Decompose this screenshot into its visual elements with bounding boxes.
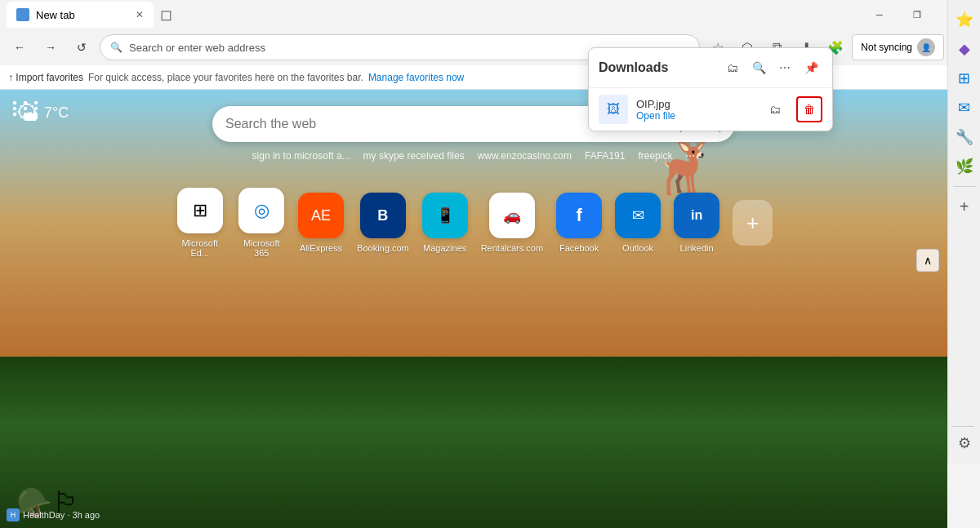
weather-temp: 7°C xyxy=(44,104,69,122)
sidebar-edge-icon[interactable]: 🌿 xyxy=(951,153,978,180)
sync-label: Not syncing xyxy=(861,42,912,53)
file-info: OIP.jpg Open file xyxy=(636,98,754,122)
linkedin-label: Linkedin xyxy=(680,243,714,253)
news-cards: 🪖🏳 🐝 H HealthDay · 3h ago xyxy=(0,393,947,527)
msedge-icon: ⊞ xyxy=(177,188,223,233)
news-card-soldiers[interactable]: 🪖🏳 xyxy=(0,393,467,527)
new-tab-button[interactable]: ◻ xyxy=(154,2,179,27)
facebook-label: Facebook xyxy=(559,243,599,253)
downloads-popup: Downloads 🗂 🔍 ⋯ 📌 🖼 OIP.jpg Open file 🗂 … xyxy=(588,47,833,131)
manage-favorites-link[interactable]: Manage favorites now xyxy=(368,72,464,83)
add-quick-link-button[interactable]: + xyxy=(733,200,773,246)
magazines-icon: 📱 xyxy=(422,193,468,238)
download-item-oip: 🖼 OIP.jpg Open file 🗂 🗑 xyxy=(589,88,832,131)
quick-link-booking[interactable]: B Booking.com xyxy=(357,193,409,253)
title-bar: New tab ✕ ◻ ─ ❐ ✕ xyxy=(0,0,980,29)
quick-link-rentalcars[interactable]: 🚗 Rentalcars.com xyxy=(481,193,543,253)
shortcut-skype[interactable]: my skype received files xyxy=(363,150,465,162)
quick-link-facebook[interactable]: f Facebook xyxy=(556,193,602,253)
shortcut-enzo[interactable]: www.enzocasino.com xyxy=(478,150,572,162)
scroll-up-button[interactable]: ∧ xyxy=(916,249,939,272)
back-button[interactable]: ← xyxy=(7,34,33,60)
linkedin-icon: in xyxy=(674,193,719,238)
tab-title: New tab xyxy=(36,9,75,21)
favorites-hint: For quick access, place your favorites h… xyxy=(88,72,363,83)
refresh-button[interactable]: ↺ xyxy=(69,34,95,60)
downloads-header: Downloads 🗂 🔍 ⋯ 📌 xyxy=(589,48,832,88)
sidebar-settings-icon[interactable]: ⚙ xyxy=(951,430,978,456)
sidebar-divider xyxy=(953,186,976,187)
shortcut-fafa[interactable]: FAFA191 xyxy=(585,150,625,162)
import-favorites-button[interactable]: ↑ Import favorites xyxy=(8,72,83,83)
quick-link-m365[interactable]: ◎ Microsoft 365 xyxy=(238,188,285,258)
downloads-actions: 🗂 🔍 ⋯ 📌 xyxy=(721,56,822,79)
quick-link-msedge[interactable]: ⊞ Microsoft Ed... xyxy=(175,188,225,258)
msedge-label: Microsoft Ed... xyxy=(175,238,225,258)
open-file-link[interactable]: Open file xyxy=(636,110,754,122)
sidebar-tools-icon[interactable]: 🔧 xyxy=(951,124,978,150)
sidebar-bottom: ⚙ xyxy=(951,423,978,456)
rentalcars-label: Rentalcars.com xyxy=(481,243,543,253)
outlook-icon: ✉ xyxy=(615,193,661,238)
file-name: OIP.jpg xyxy=(636,98,754,110)
content-area: 🦌 🌤 7°C 🎤 🔍 sign in to m xyxy=(0,90,980,528)
card-source: H HealthDay · 3h ago xyxy=(7,508,941,521)
open-downloads-folder-button[interactable]: 🗂 xyxy=(721,56,744,79)
facebook-icon: f xyxy=(556,193,602,238)
quick-links: ⊞ Microsoft Ed... ◎ Microsoft 365 AE Ali… xyxy=(175,188,773,258)
m365-label: Microsoft 365 xyxy=(238,238,285,258)
m365-icon: ◎ xyxy=(238,188,284,233)
delete-download-button[interactable]: 🗑 xyxy=(796,96,822,122)
tab-close-button[interactable]: ✕ xyxy=(136,9,144,20)
file-icon: 🖼 xyxy=(599,95,628,124)
sidebar-msstore-icon[interactable]: ⊞ xyxy=(951,65,978,91)
shortcut-freepick[interactable]: freepick xyxy=(638,150,672,162)
tab-favicon xyxy=(16,8,29,21)
booking-label: Booking.com xyxy=(357,243,409,253)
user-avatar: 👤 xyxy=(917,38,935,56)
nav-bar: ← → ↺ 🔍 Search or enter web address ☆ ⬡ … xyxy=(0,29,980,65)
outlook-label: Outlook xyxy=(622,243,653,253)
quick-link-linkedin[interactable]: in Linkedin xyxy=(674,193,719,253)
downloads-more-button[interactable]: ⋯ xyxy=(773,56,796,79)
apps-button[interactable] xyxy=(13,101,42,116)
active-tab[interactable]: New tab ✕ xyxy=(7,2,154,28)
aliexpress-label: AliExpress xyxy=(300,243,342,253)
sync-button[interactable]: Not syncing 👤 xyxy=(852,34,944,60)
sidebar-outlook-icon[interactable]: ✉ xyxy=(951,95,978,121)
forest-background xyxy=(0,393,947,527)
pin-downloads-button[interactable]: 📌 xyxy=(800,56,822,79)
right-sidebar: ⭐ ◆ ⊞ ✉ 🔧 🌿 + ⚙ xyxy=(947,0,980,463)
shortcut-more[interactable]: ⋯ xyxy=(685,150,695,162)
favorites-bar: ↑ Import favorites For quick access, pla… xyxy=(0,65,980,90)
sidebar-extensions-purple-icon[interactable]: ◆ xyxy=(951,36,978,62)
forward-button[interactable]: → xyxy=(38,34,64,60)
magazines-label: Magazines xyxy=(423,243,466,253)
search-icon: 🔍 xyxy=(110,42,122,53)
sidebar-divider-bottom xyxy=(951,426,974,427)
downloads-title: Downloads xyxy=(599,60,721,75)
news-section: ☰ My Feed Gaming Coronavirus Africa Play… xyxy=(0,357,947,528)
quick-link-aliexpress[interactable]: AE AliExpress xyxy=(298,193,344,253)
quick-link-outlook[interactable]: ✉ Outlook xyxy=(615,193,661,253)
minimize-button[interactable]: ─ xyxy=(861,0,898,29)
tab-area: New tab ✕ ◻ xyxy=(7,2,861,28)
sidebar-collections-icon[interactable]: ⭐ xyxy=(951,7,978,33)
maximize-button[interactable]: ❐ xyxy=(898,0,936,29)
booking-icon: B xyxy=(360,193,406,238)
rentalcars-icon: 🚗 xyxy=(489,193,535,238)
search-shortcuts: sign in to microsoft a... my skype recei… xyxy=(252,150,696,162)
quick-link-magazines[interactable]: 📱 Magazines xyxy=(422,193,468,253)
search-downloads-button[interactable]: 🔍 xyxy=(747,56,770,79)
main-content: 🦌 🌤 7°C 🎤 🔍 sign in to m xyxy=(0,90,947,528)
aliexpress-icon: AE xyxy=(298,193,344,238)
shortcut-signin[interactable]: sign in to microsoft a... xyxy=(252,150,350,162)
show-in-folder-button[interactable]: 🗂 xyxy=(762,96,788,122)
sidebar-add-icon[interactable]: + xyxy=(951,193,978,220)
